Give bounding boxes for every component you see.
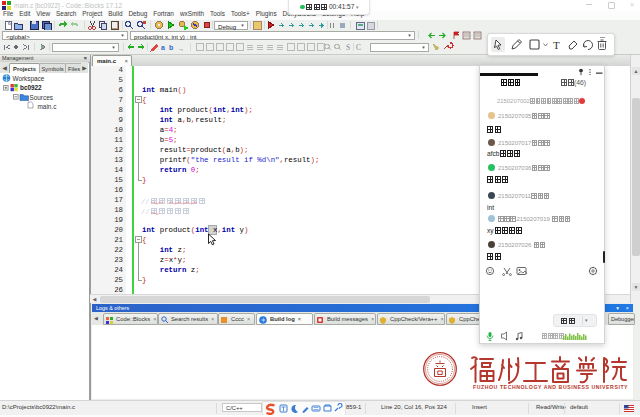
svg-text:S: S <box>346 43 350 52</box>
svg-text:FUZHOU TECHNOLOGY AND BUSINESS: FUZHOU TECHNOLOGY AND BUSINESS UNIVERSIT… <box>473 384 628 390</box>
svg-text:C: C <box>356 43 361 52</box>
svg-text:b: b <box>169 44 173 51</box>
svg-text:a: a <box>161 44 165 51</box>
svg-text:T: T <box>553 39 560 51</box>
svg-text:.,: ., <box>179 44 183 51</box>
